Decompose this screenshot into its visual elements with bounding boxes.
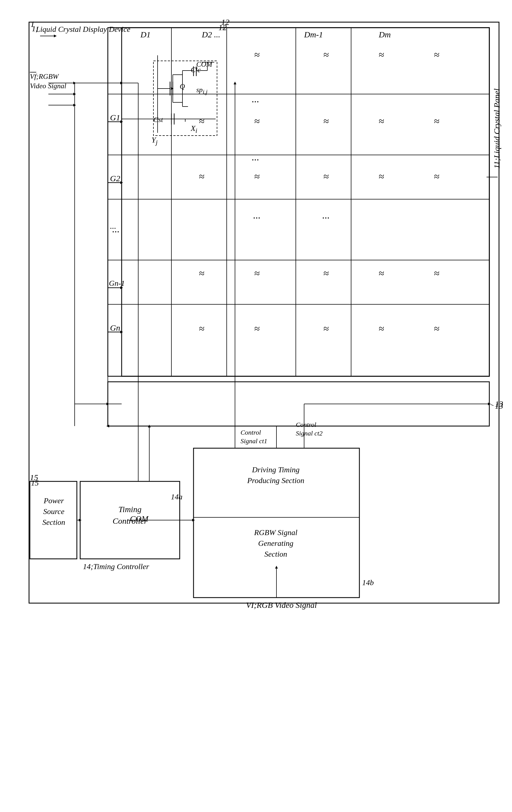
svg-marker-106 <box>107 425 109 428</box>
svg-text:≈: ≈ <box>434 116 440 127</box>
svg-marker-87 <box>120 82 123 84</box>
vi-signal-label: VI;RGB Video Signal <box>246 600 317 610</box>
svg-text:≈: ≈ <box>379 116 384 127</box>
power-source-label: PowerSourceSection <box>31 495 77 528</box>
svg-text:≈: ≈ <box>254 323 260 334</box>
svg-text:...: ... <box>253 210 261 221</box>
svg-text:≈: ≈ <box>324 116 329 127</box>
sp-label: spi,j <box>196 86 208 95</box>
gate-line-g1: G1 <box>110 113 120 122</box>
yj-label: Yj <box>151 136 158 146</box>
driving-ref-b: 14b <box>362 578 374 587</box>
driving-rgbw-label: RGBW SignalGeneratingSection <box>198 527 354 560</box>
cst-label: Cst <box>153 116 163 124</box>
svg-marker-2 <box>54 35 57 37</box>
driving-timing-label: Driving TimingProducing Section <box>198 464 354 486</box>
svg-text:≈: ≈ <box>324 268 329 279</box>
svg-marker-84 <box>120 330 123 334</box>
data-line-d2: D2 ... <box>202 30 220 39</box>
svg-text:≈: ≈ <box>199 268 205 279</box>
svg-text:≈: ≈ <box>199 116 205 127</box>
vf-signal-label: Vf;RGBWVideo Signal <box>30 72 66 91</box>
q-label: Q <box>180 82 185 91</box>
svg-text:≈: ≈ <box>254 171 260 182</box>
svg-text:≈: ≈ <box>199 171 205 182</box>
svg-text:≈: ≈ <box>379 323 384 334</box>
svg-text:≈: ≈ <box>379 268 384 279</box>
svg-text:≈: ≈ <box>379 171 384 182</box>
svg-marker-91 <box>73 82 76 84</box>
svg-text:≈: ≈ <box>379 49 384 60</box>
power-source-ref: 15 <box>31 478 39 488</box>
svg-text:...: ... <box>322 210 330 221</box>
svg-line-121 <box>491 404 493 406</box>
svg-text:≈: ≈ <box>254 49 260 60</box>
data-line-dm1: Dm-1 <box>304 30 323 39</box>
svg-text:≈: ≈ <box>324 49 329 60</box>
gate-line-g2: G2 <box>110 174 120 183</box>
svg-text:≈: ≈ <box>324 171 329 182</box>
svg-marker-93 <box>73 93 76 95</box>
svg-rect-4 <box>108 28 489 376</box>
data-line-d1: D1 <box>141 30 151 39</box>
svg-marker-115 <box>275 566 278 569</box>
gate-line-dots: ... <box>110 221 116 231</box>
svg-marker-111 <box>234 82 236 84</box>
svg-rect-15 <box>108 382 489 426</box>
svg-text:≈: ≈ <box>254 116 260 127</box>
svg-text:≈: ≈ <box>199 323 205 334</box>
control-ct1-label: ControlSignal ct1 <box>241 428 267 445</box>
gate-line-gn: Gn <box>110 323 120 332</box>
control-ct2-label: ControlSignal ct2 <box>296 420 323 438</box>
svg-marker-109 <box>488 403 491 405</box>
clc-label: Clc <box>191 66 201 74</box>
svg-rect-5 <box>122 28 489 376</box>
lcd-device-label: Liquid Crystal Display Device <box>36 25 130 34</box>
com-signal-label: COM <box>130 514 148 523</box>
svg-marker-99 <box>148 425 151 428</box>
svg-text:...: ... <box>251 152 259 163</box>
svg-marker-89 <box>107 403 109 405</box>
gate-line-gn1: Gn-1 <box>109 279 125 288</box>
svg-text:≈: ≈ <box>434 171 440 182</box>
svg-text:≈: ≈ <box>324 323 329 334</box>
svg-marker-39 <box>171 87 174 90</box>
svg-marker-101 <box>107 425 109 428</box>
xi-label: Xi <box>191 124 198 135</box>
svg-rect-20 <box>153 61 217 136</box>
gate-driving-ref: 13 <box>495 401 503 411</box>
svg-text:≈: ≈ <box>434 49 440 60</box>
lcd-panel-label: 11;Liquid Crystal Panel <box>492 89 502 169</box>
svg-text:≈: ≈ <box>434 323 440 334</box>
svg-marker-97 <box>192 519 195 522</box>
svg-text:...: ... <box>251 93 259 105</box>
svg-marker-78 <box>120 120 123 123</box>
data-line-dm: Dm <box>379 30 391 39</box>
lcd-device-ref: 1 <box>30 19 35 29</box>
svg-text:≈: ≈ <box>254 268 260 279</box>
svg-marker-95 <box>73 104 76 107</box>
svg-marker-113 <box>79 519 82 522</box>
svg-text:≈: ≈ <box>434 268 440 279</box>
timing-controller-ref: 14;Timing Controller <box>83 562 149 571</box>
driving-ref-a: 14a <box>171 492 182 501</box>
svg-marker-80 <box>120 181 123 184</box>
